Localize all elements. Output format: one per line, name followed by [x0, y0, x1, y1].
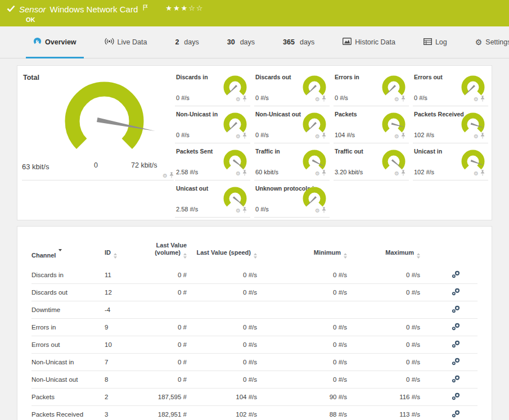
cell-id: 8: [105, 371, 150, 389]
channel-settings-gears-icon[interactable]: [452, 360, 461, 367]
table-row: Discards in 11 0 # 0 #/s 0 #/s 0 #/s: [31, 267, 478, 284]
priority-flag-icon[interactable]: [143, 3, 148, 13]
channel-settings-gears-icon[interactable]: [452, 377, 461, 384]
tab-overview[interactable]: Overview: [26, 26, 84, 58]
channel-settings-gears-icon[interactable]: [452, 342, 461, 349]
channel-gauge-label: Non-Unicast out: [255, 111, 301, 118]
channel-settings-gears-icon[interactable]: [452, 395, 461, 401]
cell-minimum: 0 #/s: [259, 267, 349, 284]
tab-historic-data[interactable]: Historic Data: [335, 26, 403, 58]
sort-desc-icon: [58, 251, 62, 258]
col-last-value-volume[interactable]: Last Value (volume): [150, 227, 189, 267]
channel-settings-gears-icon[interactable]: [452, 273, 461, 279]
channel-gauge-value: 2.58 #/s: [176, 206, 198, 213]
tab-30-days[interactable]: 30 days: [220, 26, 262, 58]
gauge-settings-gear-icon[interactable]: ⚙: [315, 207, 320, 214]
gauge-settings-gear-icon[interactable]: ⚙: [315, 96, 320, 102]
gauge-settings-gear-icon[interactable]: ⚙: [236, 170, 241, 177]
col-last-value-speed[interactable]: Last Value (speed): [189, 227, 259, 267]
channel-gauge-label: Packets Received: [414, 111, 464, 118]
gauge-settings-gear-icon[interactable]: ⚙: [163, 173, 168, 179]
cell-maximum: [349, 301, 422, 319]
cell-maximum: 116 #/s: [349, 389, 422, 406]
channels-table-body: Discards in 11 0 # 0 #/s 0 #/s 0 #/s Dis…: [31, 267, 478, 420]
pin-icon[interactable]: [169, 170, 174, 180]
channel-settings-gears-icon[interactable]: [452, 308, 461, 314]
pin-icon[interactable]: [242, 205, 247, 215]
tab-label: Overview: [45, 38, 76, 46]
gauge-settings-gear-icon[interactable]: ⚙: [394, 133, 399, 139]
cell-actions: [422, 267, 478, 284]
cell-last-speed: 102 #/s: [189, 406, 259, 420]
channel-gauge-value: 60 kbit/s: [255, 169, 278, 175]
channel-gauge-tile: Non-Unicast in 0 #/s ⚙: [175, 106, 250, 143]
pin-icon[interactable]: [480, 131, 485, 141]
chart-icon: [343, 38, 352, 47]
pin-icon[interactable]: [322, 168, 326, 178]
channel-gauge-label: Unicast out: [176, 185, 208, 192]
pin-icon[interactable]: [242, 94, 247, 104]
gauge-settings-gear-icon[interactable]: ⚙: [236, 133, 241, 139]
col-minimum[interactable]: Minimum: [259, 227, 349, 267]
cell-minimum: 0 #/s: [259, 284, 349, 301]
pin-icon[interactable]: [322, 94, 326, 104]
tab-settings[interactable]: ⚙ Settings: [468, 26, 509, 58]
cell-last-volume: 0 #: [150, 319, 189, 336]
gauge-settings-gear-icon[interactable]: ⚙: [474, 170, 479, 177]
total-scale-max: 72 kbit/s: [131, 161, 157, 169]
channel-gauge-value: 0 #/s: [255, 94, 269, 101]
cell-maximum: 113 #/s: [349, 406, 422, 420]
gauge-settings-gear-icon[interactable]: ⚙: [474, 133, 479, 139]
gauge-settings-gear-icon[interactable]: ⚙: [474, 96, 479, 102]
tab-log[interactable]: Log: [416, 26, 454, 58]
pin-icon[interactable]: [242, 131, 247, 141]
pin-icon[interactable]: [322, 205, 326, 215]
cell-last-volume: 0 #: [150, 267, 189, 284]
channel-gauge-value: 0 #/s: [255, 132, 269, 138]
gauge-settings-gear-icon[interactable]: ⚙: [236, 207, 241, 214]
channel-settings-gears-icon[interactable]: [452, 412, 461, 419]
gauge-settings-gear-icon[interactable]: ⚙: [315, 170, 320, 177]
pin-icon[interactable]: [242, 168, 247, 178]
table-header-row: Channel ID Last Value (volume) Last Valu…: [31, 227, 478, 267]
channel-gauge-value: 2.58 #/s: [176, 169, 198, 175]
tab-2-days[interactable]: 2 days: [168, 26, 206, 58]
channel-settings-gears-icon[interactable]: [452, 290, 461, 297]
channel-settings-gears-icon[interactable]: [452, 325, 461, 332]
tile-icons: ⚙: [394, 131, 406, 141]
cell-actions: [422, 389, 478, 406]
pin-icon[interactable]: [401, 94, 406, 104]
cell-channel: Packets Received: [31, 406, 105, 420]
gauge-settings-gear-icon[interactable]: ⚙: [236, 96, 241, 102]
pin-icon[interactable]: [480, 94, 485, 104]
log-icon: [424, 38, 432, 47]
tab-num: 30: [227, 38, 235, 46]
col-maximum[interactable]: Maximum: [349, 227, 422, 267]
star-rating[interactable]: ★★★☆☆: [165, 4, 204, 12]
channel-gauge-label: Errors out: [414, 74, 443, 80]
col-label: Last Value (speed): [196, 249, 251, 256]
pin-icon[interactable]: [401, 168, 406, 178]
total-gauge-tile: Total 63 kbit/s 0 72 kbit/s ⚙: [17, 66, 175, 181]
gauge-settings-gear-icon[interactable]: ⚙: [315, 133, 320, 139]
pin-icon[interactable]: [322, 131, 326, 141]
tab-365-days[interactable]: 365 days: [276, 26, 322, 58]
gauge-settings-gear-icon[interactable]: ⚙: [394, 96, 399, 102]
tab-num: 2: [175, 38, 179, 46]
tile-icons: ⚙: [474, 168, 485, 178]
cell-id: -4: [105, 301, 150, 319]
tab-label: Live Data: [118, 38, 147, 46]
pin-icon[interactable]: [480, 168, 485, 178]
col-id[interactable]: ID: [105, 227, 150, 267]
tile-icons: ⚙: [236, 131, 247, 141]
tab-live-data[interactable]: Live Data: [97, 26, 155, 58]
channel-gauge-label: Discards in: [176, 74, 208, 80]
sensor-header: Sensor Windows Network Card ★★★☆☆ OK: [0, 0, 509, 26]
table-row: Packets Received 3 182,951 # 102 #/s 88 …: [31, 406, 478, 420]
col-channel[interactable]: Channel: [31, 227, 105, 267]
cell-actions: [422, 354, 478, 371]
channel-gauge-tile: Traffic in 60 kbit/s ⚙: [254, 143, 330, 180]
channels-table-panel: Channel ID Last Value (volume) Last Valu…: [17, 226, 492, 420]
pin-icon[interactable]: [401, 131, 406, 141]
gauge-settings-gear-icon[interactable]: ⚙: [394, 170, 399, 177]
